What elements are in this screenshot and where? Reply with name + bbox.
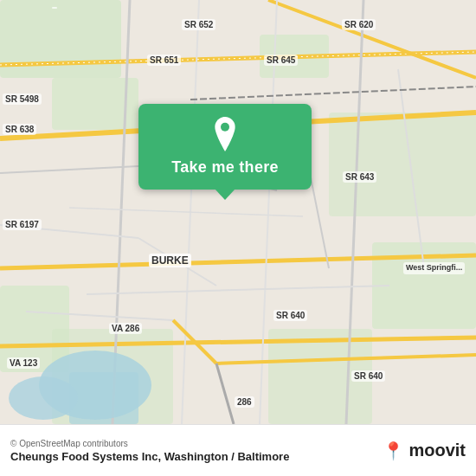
road-label-sr620: SR 620 [342,19,376,30]
svg-point-35 [221,123,229,132]
moovit-brand-text: moovit [408,441,466,460]
map-container: SR 652 SR 620 SR 5498 SR 651 SR 645 SR 6… [0,0,476,424]
road-label-sr640b: SR 640 [351,370,385,382]
road-label-va123: VA 123 [7,357,40,369]
road-label-sr651: SR 651 [147,55,181,66]
road-label-sr643: SR 638 [3,124,36,135]
bottom-left-info: © OpenStreetMap contributors Cheungs Foo… [10,439,289,463]
road-label-sr6197: SR 6197 [3,219,42,230]
location-name: Cheungs Food Systems Inc, Washington / B… [10,450,289,463]
road-label-kings-park [52,7,57,9]
road-label-burke: BURKE [149,254,191,267]
svg-point-34 [9,376,78,420]
location-pin-icon [208,117,242,151]
road-label-sr5498: SR 5498 [3,93,42,105]
moovit-pin-icon: 📍 [383,441,404,461]
road-label-sr645: SR 645 [264,55,298,66]
road-label-sr638: SR 643 [343,171,376,183]
bottom-bar: © OpenStreetMap contributors Cheungs Foo… [0,424,476,476]
road-label-sr640: SR 640 [273,310,307,321]
svg-rect-4 [329,113,476,216]
road-label-va286: VA 286 [109,323,142,334]
moovit-logo: 📍 moovit [383,441,466,461]
road-label-sr652: SR 652 [182,19,215,30]
road-label-west-springfield: West Springfi... [403,262,465,274]
take-me-there-label: Take me there [171,158,279,177]
take-me-there-button[interactable]: Take me there [138,104,312,190]
copyright-text: © OpenStreetMap contributors [10,439,289,448]
map-svg [0,0,476,424]
road-label-286: 286 [235,396,254,408]
